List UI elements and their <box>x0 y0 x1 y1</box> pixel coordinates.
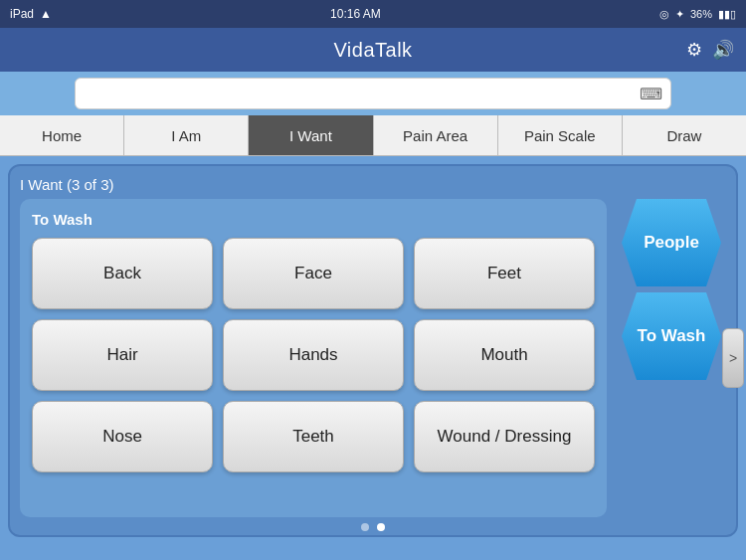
status-bar: iPad ▲ 10:16 AM ◎ ✦ 36% ▮▮▯ <box>0 0 746 28</box>
settings-icon[interactable]: ⚙ <box>686 39 702 61</box>
page-dots <box>20 523 726 531</box>
main-content: I Want (3 of 3) To Wash Back Face Feet H… <box>8 164 738 537</box>
title-bar: VidaTalk ⚙ 🔊 <box>0 28 746 72</box>
page-info: I Want (3 of 3) <box>20 176 726 193</box>
battery-label: 36% <box>690 8 712 20</box>
speaker-icon[interactable]: 🔊 <box>712 39 734 61</box>
subsection-title: To Wash <box>32 211 595 228</box>
btn-mouth[interactable]: Mouth <box>414 319 595 391</box>
bluetooth-icon: ✦ <box>675 8 684 21</box>
btn-nose[interactable]: Nose <box>32 401 213 472</box>
content-area: To Wash Back Face Feet Hair Hands Mouth … <box>20 199 726 517</box>
tab-home[interactable]: Home <box>0 115 124 155</box>
location-icon: ◎ <box>659 8 669 21</box>
button-grid: Back Face Feet Hair Hands Mouth Nose Tee… <box>32 238 595 472</box>
btn-wound-dressing[interactable]: Wound / Dressing <box>414 401 595 472</box>
btn-teeth[interactable]: Teeth <box>223 401 404 472</box>
grid-section: To Wash Back Face Feet Hair Hands Mouth … <box>20 199 607 517</box>
hex-to-wash[interactable]: To Wash <box>622 292 721 380</box>
btn-back[interactable]: Back <box>32 238 213 309</box>
app-title: VidaTalk <box>333 39 412 62</box>
btn-hair[interactable]: Hair <box>32 319 213 391</box>
search-bar: ⌨ <box>0 72 746 115</box>
nav-arrow-right[interactable]: > <box>722 328 744 388</box>
status-left: iPad ▲ <box>10 7 52 21</box>
tab-bar: Home I Am I Want Pain Area Pain Scale Dr… <box>0 115 746 156</box>
btn-feet[interactable]: Feet <box>414 238 595 309</box>
btn-face[interactable]: Face <box>223 238 404 309</box>
tab-i-am[interactable]: I Am <box>124 115 249 155</box>
btn-hands[interactable]: Hands <box>223 319 404 391</box>
keyboard-icon[interactable]: ⌨ <box>640 85 662 103</box>
tab-pain-area[interactable]: Pain Area <box>374 115 498 155</box>
device-label: iPad <box>10 7 34 21</box>
tab-draw[interactable]: Draw <box>623 115 746 155</box>
tab-i-want[interactable]: I Want <box>249 115 373 155</box>
tab-pain-scale[interactable]: Pain Scale <box>498 115 623 155</box>
sidebar: People To Wash > <box>617 199 726 517</box>
dot-1 <box>361 523 369 531</box>
status-time: 10:16 AM <box>330 7 381 21</box>
dot-2 <box>377 523 385 531</box>
wifi-signal: ▲ <box>40 7 52 21</box>
title-icons: ⚙ 🔊 <box>686 39 734 61</box>
search-input-wrap: ⌨ <box>75 78 671 109</box>
battery-icon: ▮▮▯ <box>718 8 736 21</box>
status-right: ◎ ✦ 36% ▮▮▯ <box>659 8 736 21</box>
hex-people[interactable]: People <box>622 199 721 286</box>
